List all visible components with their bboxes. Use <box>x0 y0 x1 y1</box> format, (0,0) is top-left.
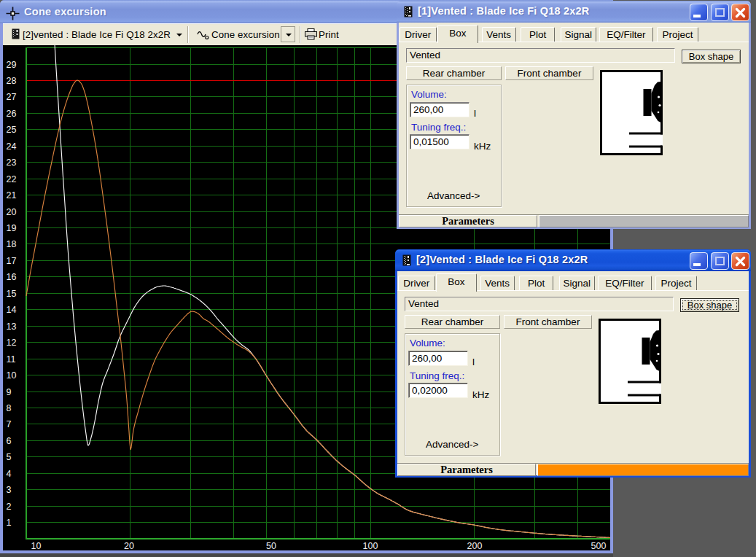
svg-text:21: 21 <box>7 190 17 200</box>
svg-text:5: 5 <box>7 452 12 462</box>
svg-text:27: 27 <box>7 92 17 102</box>
svg-text:13: 13 <box>7 322 17 332</box>
svg-text:17: 17 <box>7 256 17 266</box>
svg-text:19: 19 <box>7 223 17 233</box>
svg-text:29: 29 <box>7 60 17 70</box>
svg-text:20: 20 <box>7 207 17 217</box>
svg-text:9: 9 <box>7 387 12 397</box>
svg-text:20: 20 <box>124 541 134 550</box>
svg-text:1: 1 <box>7 518 12 528</box>
svg-text:25: 25 <box>7 125 17 135</box>
svg-text:3: 3 <box>7 485 12 495</box>
svg-text:22: 22 <box>7 174 17 184</box>
svg-text:11: 11 <box>7 354 16 365</box>
svg-text:100: 100 <box>363 541 378 550</box>
svg-text:50: 50 <box>266 541 276 550</box>
svg-text:26: 26 <box>7 109 17 119</box>
svg-text:12: 12 <box>7 338 17 348</box>
svg-text:16: 16 <box>7 272 17 282</box>
svg-text:7: 7 <box>7 419 12 429</box>
svg-text:14: 14 <box>7 305 17 315</box>
svg-text:18: 18 <box>7 239 17 249</box>
svg-text:500: 500 <box>591 541 607 550</box>
svg-text:28: 28 <box>7 76 17 86</box>
svg-text:15: 15 <box>7 289 17 299</box>
svg-text:2: 2 <box>7 502 12 512</box>
svg-text:200: 200 <box>467 541 483 550</box>
svg-text:23: 23 <box>7 157 17 168</box>
svg-text:4: 4 <box>7 469 12 479</box>
svg-text:6: 6 <box>7 436 12 446</box>
svg-text:24: 24 <box>7 141 17 152</box>
svg-text:10: 10 <box>7 370 17 381</box>
svg-text:8: 8 <box>7 403 12 413</box>
svg-text:10: 10 <box>31 541 42 550</box>
